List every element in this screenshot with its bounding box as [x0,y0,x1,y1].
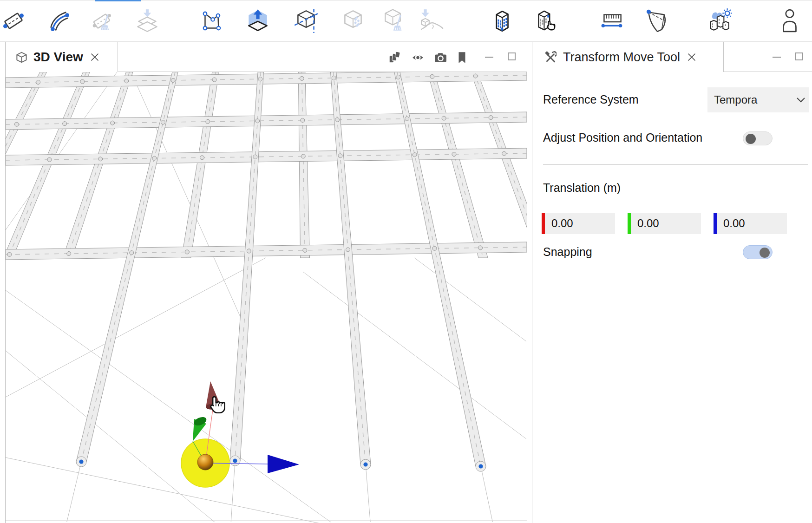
translation-z-input[interactable]: 0.00 [714,213,787,234]
window-drag-accent [95,0,141,1]
reference-system-value: Tempora [707,93,795,106]
eye-icon[interactable] [412,51,424,64]
toggle-knob [760,248,770,258]
tab-transform-title: Transform Move Tool [563,50,680,65]
translation-label: Translation (m) [543,181,621,195]
gizmo-axis-blue[interactable] [268,455,299,473]
main-toolbar [0,0,812,42]
slice-tool-button[interactable] [293,7,320,34]
road-clean-tool-button[interactable] [91,7,118,34]
translation-z-value: 0.00 [717,217,745,230]
reference-system-dropdown[interactable]: Tempora [707,87,809,112]
road-curve-tool-button[interactable] [46,7,73,34]
snapping-label: Snapping [543,245,592,259]
voxel-texture-tool-button[interactable] [340,7,367,34]
axis-color-bar [714,213,717,234]
tab-3d-view-title: 3D View [33,50,83,65]
view-3d-header: 3D View [6,42,527,72]
tools-icon [544,51,557,63]
tab-transform-move-tool[interactable]: Transform Move Tool [532,42,724,72]
axis-color-bar [542,213,545,234]
minimize-button[interactable] [485,57,493,58]
minimize-button[interactable] [773,57,781,58]
polygon-draw-tool-button[interactable] [199,7,226,34]
camera-icon[interactable] [434,51,447,64]
translation-y-value: 0.00 [631,217,659,230]
environment-tool-button[interactable] [706,7,733,34]
application-window: 3D View [0,0,812,523]
toggle-knob [746,134,756,144]
view-3d-panel: 3D View [5,42,527,523]
terrain-drop-tool-button[interactable] [418,7,445,34]
view-frustum-tool-button[interactable] [642,7,669,34]
building-select-tool-button[interactable] [531,7,558,34]
transform-header: Transform Move Tool [532,42,812,72]
translation-x-value: 0.00 [545,217,573,230]
measure-tool-button[interactable] [599,7,626,34]
adjust-position-toggle[interactable] [743,131,773,145]
translation-y-input[interactable]: 0.00 [628,213,701,234]
bookmark-icon[interactable] [456,51,468,64]
translation-x-input[interactable]: 0.00 [542,213,615,234]
tab-3d-view[interactable]: 3D View [6,42,118,72]
model-clean-tool-button[interactable] [382,7,409,34]
snapping-toggle[interactable] [743,245,773,259]
reference-system-label: Reference System [543,93,639,106]
surface-merge-tool-button[interactable] [134,7,161,34]
adjust-position-label: Adjust Position and Orientation [543,131,702,144]
viewport-3d[interactable] [6,72,527,523]
layers-icon[interactable] [388,51,401,64]
maximize-button[interactable] [795,52,803,60]
maximize-button[interactable] [508,52,516,60]
axis-color-bar [628,213,631,234]
building-tool-button[interactable] [487,7,514,34]
extrude-tool-button[interactable] [244,7,271,34]
road-straight-tool-button[interactable] [0,7,27,34]
section-divider [543,164,808,165]
user-tool-button[interactable] [776,7,803,34]
chevron-down-icon [795,94,807,106]
cube-3d-icon [15,51,28,64]
gizmo-center-sphere[interactable] [197,454,213,470]
transform-move-panel: Transform Move Tool Reference System Tem… [532,42,812,523]
close-icon[interactable] [90,52,100,62]
close-icon[interactable] [687,52,697,62]
